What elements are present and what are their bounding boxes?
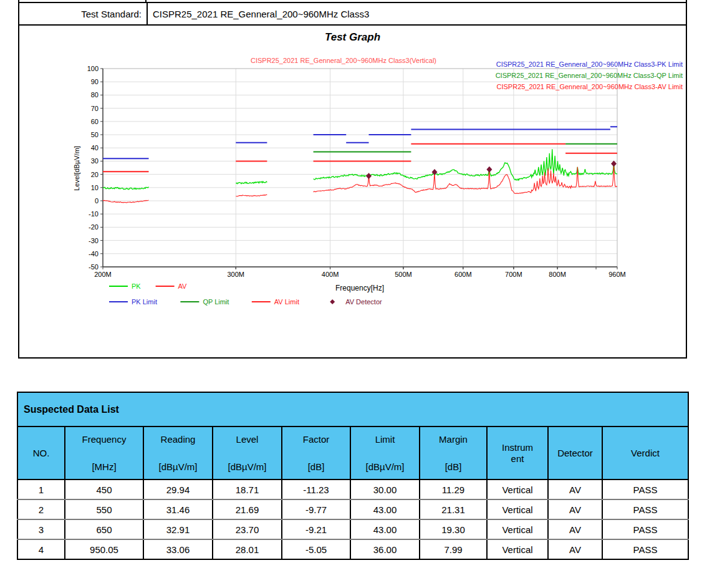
column-header: Reading[dBµV/m] (143, 427, 213, 480)
chart-title: CISPR25_2021 RE_Genneral_200~960MHz Clas… (251, 57, 436, 64)
table-cell: 4 (17, 539, 65, 559)
table-cell: AV (548, 499, 602, 519)
x-tick-label: 800M (549, 271, 566, 278)
chart-legend-entry: CISPR25_2021 RE_Genneral_200~960MHz Clas… (496, 60, 683, 68)
table-cell: Vertical (487, 499, 548, 519)
column-header: Factor[dB] (282, 427, 350, 480)
table-cell: 21.69 (213, 499, 282, 519)
x-axis-label: Frequency[Hz] (335, 284, 384, 292)
table-row: 365032.9123.70-9.2143.0019.30VerticalAVP… (17, 519, 688, 539)
table-cell: 32.91 (143, 519, 213, 539)
chart-legend-entry: CISPR25_2021 RE_Genneral_200~960MHz Clas… (497, 83, 683, 90)
plot-border (103, 69, 617, 267)
av-trace (236, 195, 267, 196)
y-axis-label: Level[dBµV/m] (73, 146, 80, 191)
column-header: Detector (548, 427, 602, 480)
y-tick-label: 90 (91, 78, 99, 85)
table-cell: 36.00 (350, 539, 420, 559)
x-tick-label: 300M (227, 271, 244, 278)
y-tick-label: 10 (91, 184, 99, 191)
table-cell: 30.00 (350, 480, 420, 499)
legend-label: AV (178, 282, 188, 290)
table-cell: 23.70 (213, 519, 282, 539)
y-tick-label: 80 (91, 91, 99, 99)
table-cell: 19.30 (420, 519, 487, 539)
suspected-data-table: Suspected Data ListNO.Frequency[MHz]Read… (17, 392, 689, 560)
y-tick-label: -30 (89, 237, 99, 244)
column-header: Verdict (602, 427, 688, 480)
x-tick-label: 600M (454, 271, 472, 278)
y-tick-label: 0 (95, 197, 99, 205)
graph-section-title: Test Graph (19, 31, 686, 44)
table-row: 255031.4621.69-9.7743.0021.31VerticalAVP… (17, 499, 688, 519)
pk-trace (314, 149, 617, 180)
table-cell: AV (548, 519, 602, 539)
legend-diamond-av-detector (330, 299, 335, 304)
table-cell: 450 (65, 480, 143, 499)
table-cell: 33.06 (143, 539, 213, 559)
y-tick-label: -20 (89, 223, 99, 231)
av-detector-marker (366, 173, 372, 179)
av-detector-marker (486, 166, 492, 173)
table-cell: 950.05 (65, 539, 143, 559)
table-cell: 650 (65, 519, 143, 539)
column-header: Level[dBµV/m] (213, 427, 282, 480)
chart-legend-entry: CISPR25_2021 RE_Genneral_200~960MHz Clas… (496, 72, 683, 79)
table-cell: 1 (17, 480, 65, 499)
x-tick-label: 700M (505, 271, 522, 278)
table-cell: 43.00 (350, 499, 420, 519)
table-cell: 11.29 (420, 480, 487, 499)
y-tick-label: -50 (89, 263, 99, 271)
y-tick-label: 40 (91, 144, 99, 152)
table-cell: AV (548, 539, 602, 559)
pk-trace (236, 181, 267, 184)
emc-spectrum-chart: 1009080706050403020100-10-20-30-40-50200… (19, 52, 686, 317)
x-tick-label: 200M (94, 271, 112, 278)
column-header: NO. (17, 427, 65, 480)
column-header: Instrument (487, 427, 548, 480)
table-cell: 43.00 (350, 519, 420, 539)
table-cell: -9.77 (282, 499, 350, 519)
table-cell: PASS (602, 519, 688, 539)
y-tick-label: 100 (87, 65, 99, 72)
table-cell: -9.21 (282, 519, 350, 539)
legend-label: AV Detector (345, 298, 382, 306)
suspected-list-title: Suspected Data List (17, 392, 688, 427)
column-header: Margin[dB] (420, 427, 487, 480)
legend-label: AV Limit (274, 298, 299, 306)
table-cell: 3 (17, 519, 65, 539)
table-cell: 550 (65, 499, 143, 519)
x-tick-label: 500M (395, 271, 412, 278)
table-cell: PASS (602, 499, 688, 519)
table-cell: 31.46 (143, 499, 213, 519)
test-standard-label: Test Standard: (19, 3, 148, 24)
table-cell: -5.05 (282, 539, 350, 559)
table-header-row: NO.Frequency[MHz]Reading[dBµV/m]Level[dB… (17, 427, 688, 480)
table-cell: 29.94 (143, 480, 213, 499)
table-row: 4950.0533.0628.01-5.0536.007.99VerticalA… (17, 539, 688, 559)
table-cell: Vertical (487, 480, 548, 499)
y-tick-label: -40 (89, 250, 99, 258)
test-standard-row: Test Standard: CISPR25_2021 RE_Genneral_… (18, 3, 687, 26)
y-tick-label: 70 (91, 105, 99, 112)
table-cell: 7.99 (420, 539, 487, 559)
table-cell: 2 (17, 499, 65, 519)
column-header: Limit[dBµV/m] (350, 427, 420, 480)
legend-label: PK Limit (132, 298, 157, 306)
cell-divider (145, 0, 147, 2)
legend-label: PK (132, 282, 141, 290)
table-cell: -11.23 (282, 480, 350, 499)
table-cell: Vertical (487, 519, 548, 539)
y-tick-label: 30 (91, 157, 99, 165)
table-cell: AV (548, 480, 602, 499)
table-cell: 28.01 (213, 539, 282, 559)
test-graph-cell: Test Graph 1009080706050403020100-10-20-… (18, 26, 687, 359)
y-tick-label: 50 (91, 131, 99, 138)
column-header: Frequency[MHz] (65, 427, 143, 480)
table-cell: Vertical (487, 539, 548, 559)
table-row: 145029.9418.71-11.2330.0011.29VerticalAV… (17, 480, 688, 499)
table-cell: 18.71 (213, 480, 282, 499)
y-tick-label: 60 (91, 118, 99, 125)
test-standard-value: CISPR25_2021 RE_Genneral_200~960MHz Clas… (148, 9, 686, 19)
x-tick-label: 400M (322, 271, 339, 278)
